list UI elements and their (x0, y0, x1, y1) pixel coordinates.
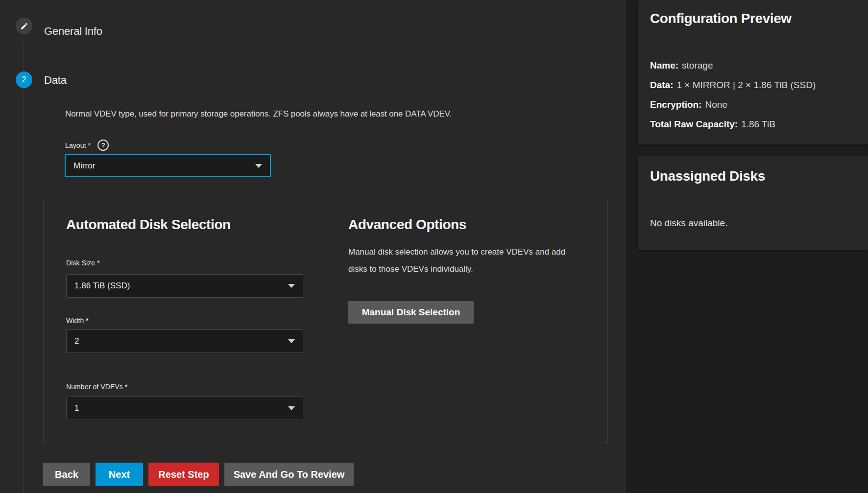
preview-row-capacity: Total Raw Capacity:1.86 TiB (650, 115, 856, 134)
next-button[interactable]: Next (96, 463, 143, 486)
width-select[interactable]: 2 (66, 329, 303, 353)
preview-row-data: Data:1 × MIRROR | 2 × 1.86 TiB (SSD) (650, 75, 856, 95)
pencil-icon (20, 22, 28, 30)
disk-size-select[interactable]: 1.86 TiB (SSD) (66, 274, 303, 298)
unassigned-disks-card: Unassigned Disks No disks available. (638, 156, 868, 250)
preview-data-value: 1 × MIRROR | 2 × 1.86 TiB (SSD) (677, 80, 816, 90)
chevron-down-icon (288, 339, 295, 343)
data-vdev-description: Normal VDEV type, used for primary stora… (65, 109, 452, 119)
manual-disk-selection-button[interactable]: Manual Disk Selection (348, 301, 474, 324)
preview-row-encryption: Encryption:None (650, 95, 856, 115)
preview-capacity-value: 1.86 TiB (741, 119, 775, 129)
number-of-vdevs-value: 1 (74, 403, 79, 413)
wizard-main-panel: General Info 2 Data Normal VDEV type, us… (0, 0, 626, 493)
number-of-vdevs-select[interactable]: 1 (66, 397, 303, 420)
step-2-label[interactable]: Data (44, 74, 67, 87)
unassigned-disks-title: Unassigned Disks (650, 168, 856, 184)
stepper-connector-line (24, 41, 24, 493)
preview-name-value: storage (682, 60, 713, 70)
column-divider (326, 220, 326, 422)
configuration-preview-rows: Name:storage Data:1 × MIRROR | 2 × 1.86 … (638, 41, 868, 134)
layout-select[interactable]: Mirror (65, 154, 271, 177)
step-1-label[interactable]: General Info (44, 25, 102, 38)
reset-step-button[interactable]: Reset Step (148, 463, 219, 486)
width-label: Width * (66, 317, 89, 325)
disk-size-value: 1.86 TiB (SSD) (74, 281, 130, 291)
pool-creation-wizard: { "theme": { "accent": "#0095d5", "dange… (0, 0, 868, 493)
layout-select-value: Mirror (73, 161, 95, 171)
advanced-options-description: Manual disk selection allows you to crea… (348, 243, 579, 278)
automated-disk-selection-title: Automated Disk Selection (66, 217, 231, 233)
preview-data-label: Data: (650, 80, 674, 90)
save-and-go-to-review-button[interactable]: Save And Go To Review (224, 463, 354, 486)
right-sidebar: Configuration Preview Name:storage Data:… (626, 0, 868, 493)
step-2-indicator[interactable]: 2 (16, 71, 32, 88)
width-value: 2 (74, 336, 79, 346)
chevron-down-icon (288, 284, 295, 288)
unassigned-disks-header: Unassigned Disks (638, 156, 868, 198)
disk-size-label: Disk Size * (66, 259, 100, 267)
step-2-number: 2 (22, 75, 26, 85)
configuration-preview-card: Configuration Preview Name:storage Data:… (638, 0, 868, 144)
preview-encryption-value: None (705, 99, 727, 110)
disk-selection-card: Automated Disk Selection Disk Size * 1.8… (43, 199, 608, 443)
configuration-preview-title: Configuration Preview (650, 11, 856, 26)
preview-row-name: Name:storage (650, 56, 856, 75)
chevron-down-icon (288, 406, 295, 410)
preview-encryption-label: Encryption: (650, 99, 702, 110)
preview-capacity-label: Total Raw Capacity: (650, 119, 738, 129)
number-of-vdevs-label: Number of VDEVs * (66, 383, 127, 391)
chevron-down-icon (255, 164, 262, 168)
layout-field-header: Layout * ? (65, 140, 109, 151)
configuration-preview-header: Configuration Preview (638, 0, 868, 41)
preview-name-label: Name: (650, 60, 678, 70)
step-1-indicator[interactable] (16, 18, 32, 34)
back-button[interactable]: Back (43, 463, 90, 486)
layout-label: Layout * (65, 141, 91, 149)
no-disks-message: No disks available. (638, 198, 868, 229)
help-icon[interactable]: ? (97, 140, 109, 151)
advanced-options-title: Advanced Options (348, 217, 466, 233)
